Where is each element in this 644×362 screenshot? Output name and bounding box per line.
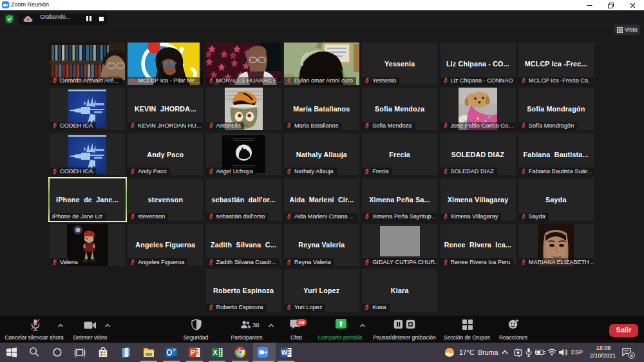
svg-text:W: W	[281, 349, 287, 356]
svg-text:P: P	[191, 348, 195, 356]
svg-text:X: X	[213, 348, 218, 356]
